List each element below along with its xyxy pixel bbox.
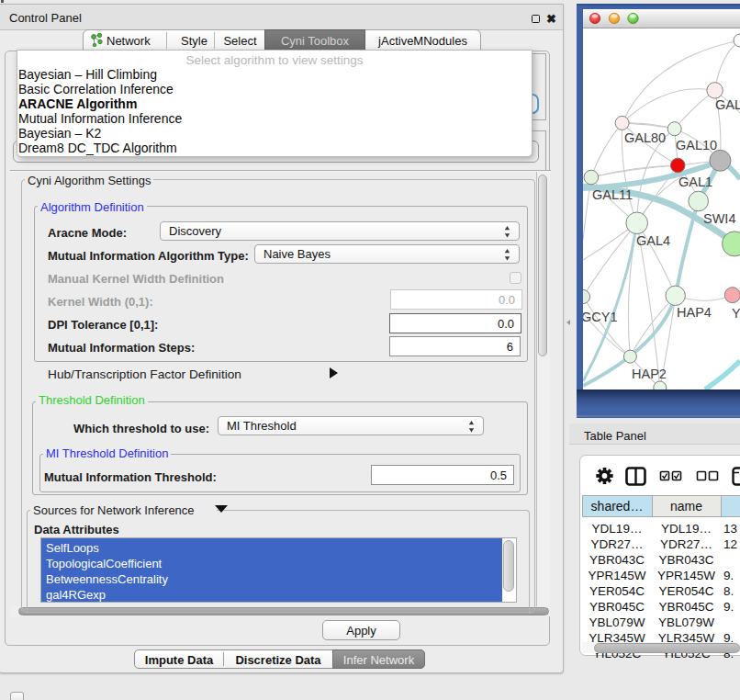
svg-text:HAP2: HAP2 — [632, 367, 667, 381]
svg-text:GAL10: GAL10 — [676, 138, 717, 152]
svg-text:Y: Y — [732, 306, 740, 321]
svg-text:SWI4: SWI4 — [703, 211, 735, 226]
svg-text:GAL: GAL — [715, 97, 740, 112]
svg-text:GCY1: GCY1 — [583, 310, 618, 324]
svg-text:HAP4: HAP4 — [677, 305, 712, 320]
svg-text:GAL80: GAL80 — [624, 130, 666, 145]
svg-text:GAL11: GAL11 — [592, 187, 633, 202]
svg-text:GAL1: GAL1 — [678, 175, 712, 189]
svg-text:GAL4: GAL4 — [636, 233, 670, 248]
